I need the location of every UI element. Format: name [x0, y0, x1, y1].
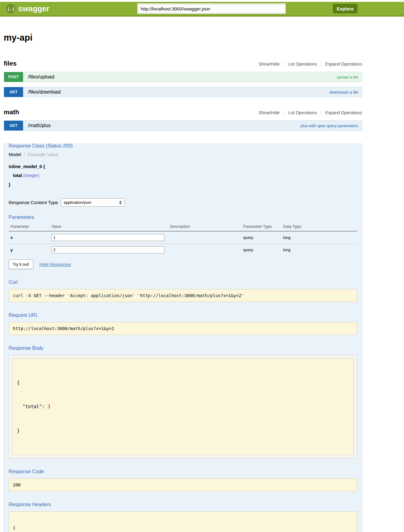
select-arrows-icon — [119, 201, 122, 204]
get-method-badge: GET — [4, 87, 23, 97]
list-operations-link[interactable]: List Operations — [284, 110, 317, 115]
model-property: total (integer) — [9, 171, 357, 180]
param-description — [168, 231, 241, 244]
param-data-type: long — [281, 231, 357, 244]
request-url-heading: Request URL — [9, 312, 357, 318]
response-class-heading: Response Class (Status 200) — [9, 143, 357, 149]
table-row-param-y: y query long — [9, 244, 357, 256]
column-header-value: Value — [50, 223, 168, 231]
table-row-param-x: x query long — [9, 231, 357, 244]
response-content-type-label: Response Content Type — [9, 200, 58, 205]
param-data-type: long — [281, 244, 357, 256]
response-headers-heading: Response Headers — [9, 502, 357, 507]
swagger-logo-icon: {…} — [6, 4, 15, 13]
endpoint-path[interactable]: /files/download — [28, 89, 61, 95]
expand-operations-link[interactable]: Expand Operations — [321, 110, 362, 115]
endpoint-path[interactable]: /files/upload — [28, 74, 54, 80]
column-header-description: Description — [168, 223, 241, 231]
response-content-type-select[interactable]: application/json — [61, 198, 125, 207]
param-name: y — [9, 244, 50, 256]
json-key: "total": — [17, 404, 47, 409]
endpoint-get-math-plus[interactable]: GET /math/plus plus with spec query para… — [4, 120, 362, 131]
response-headers-box: { "date": "Wed, 22 Aug 2018 18:49:13 GMT… — [9, 511, 357, 532]
header-bar: {…} swagger Explore — [0, 2, 404, 17]
response-body-heading: Response Body — [9, 345, 357, 351]
param-type: query — [241, 244, 281, 256]
model-open-line: inline_model_0 { — [9, 162, 357, 171]
endpoint-summary[interactable]: downloads a file — [329, 90, 358, 95]
column-header-parameter-type: Parameter Type — [241, 223, 281, 231]
selected-content-type: application/json — [64, 200, 91, 205]
endpoint-get-files-download[interactable]: GET /files/download downloads a file — [4, 87, 362, 97]
post-method-badge: POST — [4, 72, 23, 82]
show-hide-link[interactable]: Show/Hide — [259, 62, 280, 66]
response-body-wrapper: { "total": 3 } — [9, 355, 357, 458]
curl-heading: Curl — [9, 280, 357, 285]
request-url-box: http://localhost:3000/math/plus?x=1&y=2 — [9, 322, 357, 335]
property-name: total — [13, 173, 22, 178]
api-url-input[interactable] — [138, 4, 285, 13]
files-ops-controls: Show/Hide List Operations Expand Operati… — [259, 62, 362, 66]
json-total-line: "total": 3 — [17, 403, 349, 411]
section-heading-files[interactable]: files — [4, 60, 17, 67]
files-section: files Show/Hide List Operations Expand O… — [4, 60, 362, 97]
param-name: x — [9, 231, 50, 244]
math-ops-controls: Show/Hide List Operations Expand Operati… — [259, 110, 362, 115]
json-value: 3 — [47, 404, 50, 409]
model-tabs: Model Example Value — [9, 152, 357, 157]
brand-text: swagger — [18, 4, 49, 13]
property-type: (integer) — [22, 173, 39, 178]
list-operations-link[interactable]: List Operations — [284, 62, 317, 66]
param-x-value-input[interactable] — [51, 234, 164, 241]
param-description — [168, 244, 241, 256]
explore-button[interactable]: Explore — [333, 4, 358, 14]
response-content-type-row: Response Content Type application/json — [9, 198, 357, 207]
model-signature: inline_model_0 { total (integer) } — [9, 162, 357, 189]
response-body-json: { "total": 3 } — [12, 358, 354, 455]
param-type: query — [241, 231, 281, 244]
headers-line: { — [13, 525, 353, 530]
model-close-line: } — [9, 180, 357, 189]
expand-operations-link[interactable]: Expand Operations — [321, 62, 362, 66]
parameters-table: Parameter Value Description Parameter Ty… — [9, 223, 357, 256]
column-header-parameter: Parameter — [9, 223, 50, 231]
column-header-data-type: Data Type — [281, 223, 357, 231]
json-close-brace: } — [17, 427, 349, 435]
endpoint-path[interactable]: /math/plus — [28, 123, 51, 128]
swagger-brand[interactable]: {…} swagger — [6, 4, 49, 13]
page-title: my-api — [4, 33, 362, 43]
section-heading-math[interactable]: math — [4, 108, 19, 116]
operation-detail-panel: Response Class (Status 200) Model Exampl… — [4, 143, 362, 532]
param-y-value-input[interactable] — [51, 246, 164, 253]
try-it-out-button[interactable]: Try it out! — [9, 260, 33, 269]
main-content: my-api files Show/Hide List Operations E… — [4, 33, 362, 532]
endpoint-post-files-upload[interactable]: POST /files/upload upload a file — [4, 72, 362, 82]
show-hide-link[interactable]: Show/Hide — [259, 110, 280, 115]
hide-response-link[interactable]: Hide Response — [39, 262, 71, 267]
math-section: math Show/Hide List Operations Expand Op… — [4, 108, 362, 532]
endpoint-summary[interactable]: upload a file — [337, 75, 358, 79]
tab-example-value[interactable]: Example Value — [25, 152, 59, 157]
response-code-heading: Response Code — [9, 469, 357, 474]
response-code-box: 200 — [9, 478, 357, 491]
json-open-brace: { — [17, 379, 349, 387]
get-method-badge: GET — [4, 121, 23, 131]
curl-command-box: curl -X GET --header 'Accept: applicatio… — [9, 289, 357, 302]
parameters-heading: Parameters — [9, 215, 357, 220]
tab-model[interactable]: Model — [9, 152, 25, 157]
endpoint-summary[interactable]: plus with spec query parameters — [301, 123, 358, 128]
